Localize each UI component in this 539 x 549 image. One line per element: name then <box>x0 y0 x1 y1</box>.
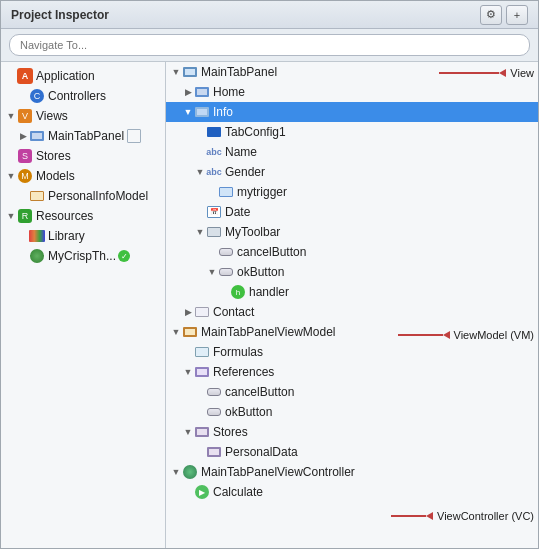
arrow-maintabpanel <box>17 130 29 142</box>
left-item-personalinfomodel[interactable]: PersonalInfoModel <box>1 186 165 206</box>
annotation-viewcontroller: ViewController (VC) <box>391 510 534 522</box>
right-item-maintabpanel[interactable]: MainTabPanel <box>166 62 538 82</box>
icon-r-contact <box>194 304 210 320</box>
icon-r-okbutton2 <box>206 404 222 420</box>
right-item-calculate[interactable]: ▶ Calculate <box>166 482 538 502</box>
right-item-okbutton[interactable]: okButton <box>166 262 538 282</box>
label-r-formulas: Formulas <box>213 345 263 359</box>
left-item-views[interactable]: V Views <box>1 106 165 126</box>
title-bar-buttons: ⚙ + <box>480 5 528 25</box>
label-r-maintabpanel: MainTabPanel <box>201 65 277 79</box>
arrow-r-maintabpanel <box>170 66 182 78</box>
right-item-tabconfig1[interactable]: TabConfig1 <box>166 122 538 142</box>
label-r-viewcontroller: MainTabPanelViewController <box>201 465 355 479</box>
icon-controllers: C <box>29 88 45 104</box>
arrow-r-references <box>182 366 194 378</box>
icon-r-gender: abc <box>206 164 222 180</box>
label-r-cancelbutton2: cancelButton <box>225 385 294 399</box>
icon-r-cancelbutton <box>218 244 234 260</box>
window-title: Project Inspector <box>11 8 109 22</box>
right-item-stores[interactable]: Stores <box>166 422 538 442</box>
label-stores: Stores <box>36 149 71 163</box>
left-item-application[interactable]: A Application <box>1 66 165 86</box>
label-mycrisp: MyCrispTh... <box>48 249 116 263</box>
label-r-okbutton2: okButton <box>225 405 272 419</box>
left-item-mycrisp[interactable]: MyCrispTh... ✓ <box>1 246 165 266</box>
right-item-references[interactable]: References <box>166 362 538 382</box>
arrow-r-mytoolbar <box>194 226 206 238</box>
project-inspector-window: Project Inspector ⚙ + A Application C C <box>0 0 539 549</box>
icon-models: M <box>17 168 33 184</box>
right-item-formulas[interactable]: Formulas <box>166 342 538 362</box>
icon-r-personaldata <box>206 444 222 460</box>
main-content: A Application C Controllers V Views <box>1 62 538 548</box>
icon-r-date: 📅 <box>206 204 222 220</box>
icon-r-handler: h <box>230 284 246 300</box>
right-item-handler[interactable]: h handler <box>166 282 538 302</box>
icon-r-mytrigger <box>218 184 234 200</box>
icon-mycrisp <box>29 248 45 264</box>
left-item-library[interactable]: Library <box>1 226 165 246</box>
right-item-mytrigger[interactable]: mytrigger <box>166 182 538 202</box>
icon-application: A <box>17 68 33 84</box>
icon-personalinfomodel <box>29 188 45 204</box>
label-controllers: Controllers <box>48 89 106 103</box>
label-r-okbutton: okButton <box>237 265 284 279</box>
label-r-personaldata: PersonalData <box>225 445 298 459</box>
right-item-gender[interactable]: abc Gender <box>166 162 538 182</box>
label-r-references: References <box>213 365 274 379</box>
right-item-info[interactable]: Info <box>166 102 538 122</box>
right-item-cancelbutton[interactable]: cancelButton <box>166 242 538 262</box>
arrow-views <box>5 110 17 122</box>
right-item-cancelbutton2[interactable]: cancelButton <box>166 382 538 402</box>
left-item-resources[interactable]: R Resources <box>1 206 165 226</box>
right-item-contact[interactable]: Contact <box>166 302 538 322</box>
label-library: Library <box>48 229 85 243</box>
left-panel: A Application C Controllers V Views <box>1 62 166 548</box>
search-input[interactable] <box>9 34 530 56</box>
add-button[interactable]: + <box>506 5 528 25</box>
arrow-r-info <box>182 106 194 118</box>
gear-button[interactable]: ⚙ <box>480 5 502 25</box>
label-models: Models <box>36 169 75 183</box>
title-bar: Project Inspector ⚙ + <box>1 1 538 29</box>
icon-r-okbutton <box>218 264 234 280</box>
label-r-viewmodel: MainTabPanelViewModel <box>201 325 336 339</box>
label-r-info: Info <box>213 105 233 119</box>
right-item-personaldata[interactable]: PersonalData <box>166 442 538 462</box>
left-item-controllers[interactable]: C Controllers <box>1 86 165 106</box>
left-item-maintabpanel[interactable]: MainTabPanel <box>1 126 165 146</box>
label-personalinfomodel: PersonalInfoModel <box>48 189 148 203</box>
icon-r-viewcontroller <box>182 464 198 480</box>
label-r-cancelbutton: cancelButton <box>237 245 306 259</box>
annotation-viewcontroller-label: ViewController (VC) <box>437 510 534 522</box>
right-item-date[interactable]: 📅 Date <box>166 202 538 222</box>
right-item-maintabpanelviewmodel[interactable]: MainTabPanelViewModel <box>166 322 538 342</box>
icon-stores: S <box>17 148 33 164</box>
icon-r-stores <box>194 424 210 440</box>
right-item-mytoolbar[interactable]: MyToolbar <box>166 222 538 242</box>
right-item-okbutton2[interactable]: okButton <box>166 402 538 422</box>
label-r-date: Date <box>225 205 250 219</box>
label-resources: Resources <box>36 209 93 223</box>
right-item-name[interactable]: abc Name <box>166 142 538 162</box>
icon-r-viewmodel <box>182 324 198 340</box>
icon-r-maintabpanel <box>182 64 198 80</box>
label-r-gender: Gender <box>225 165 265 179</box>
label-application: Application <box>36 69 95 83</box>
left-item-stores[interactable]: S Stores <box>1 146 165 166</box>
label-r-mytrigger: mytrigger <box>237 185 287 199</box>
right-item-viewcontroller[interactable]: MainTabPanelViewController <box>166 462 538 482</box>
search-bar <box>1 29 538 62</box>
label-r-contact: Contact <box>213 305 254 319</box>
badge-mycrisp: ✓ <box>118 250 130 262</box>
icon-views: V <box>17 108 33 124</box>
icon-r-formulas <box>194 344 210 360</box>
panel-icon-extra <box>127 129 141 143</box>
icon-r-name: abc <box>206 144 222 160</box>
arrow-r-contact <box>182 306 194 318</box>
label-r-calculate: Calculate <box>213 485 263 499</box>
icon-r-home <box>194 84 210 100</box>
left-item-models[interactable]: M Models <box>1 166 165 186</box>
right-item-home[interactable]: Home <box>166 82 538 102</box>
